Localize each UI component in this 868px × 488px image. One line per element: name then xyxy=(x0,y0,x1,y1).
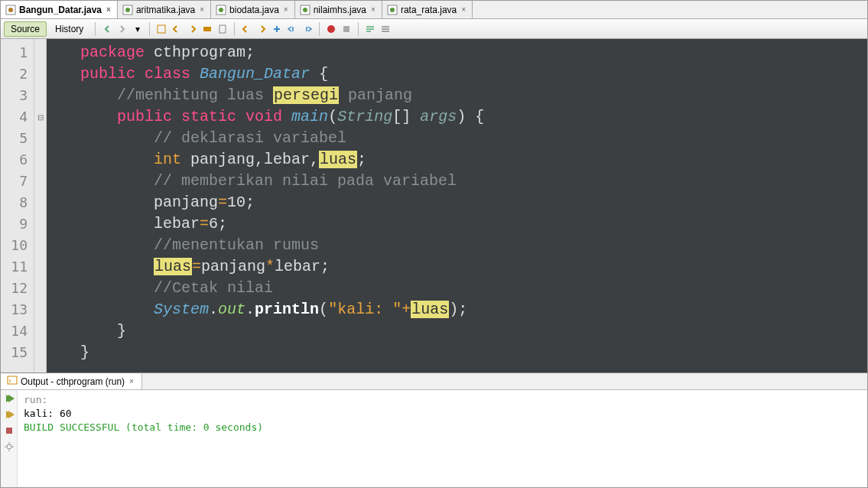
toggle-bookmark-icon[interactable] xyxy=(216,22,229,36)
forward-icon[interactable] xyxy=(115,22,129,36)
macro-stop-icon[interactable] xyxy=(340,22,353,36)
toolbar-separator xyxy=(149,22,150,36)
line-number: 13 xyxy=(4,299,28,320)
tab-biodata[interactable]: biodata.java × xyxy=(211,1,295,18)
svg-rect-16 xyxy=(6,428,12,434)
back-icon[interactable] xyxy=(100,22,114,36)
rerun-icon[interactable] xyxy=(4,393,15,406)
dropdown-icon[interactable]: ▾ xyxy=(131,22,145,36)
toolbar-separator xyxy=(358,22,359,36)
line-number: 5 xyxy=(4,128,28,149)
output-line: BUILD SUCCESSFUL (total time: 0 seconds) xyxy=(24,421,263,433)
svg-point-13 xyxy=(327,25,335,33)
file-tabs-bar: Bangun_Datar.java × aritmatika.java × bi… xyxy=(1,1,867,19)
output-panel: Output - cthprogram (run) × run: kali: 6… xyxy=(1,373,867,487)
line-number: 3 xyxy=(4,85,28,106)
shift-left-icon[interactable] xyxy=(285,22,299,36)
tab-label: rata_rata.java xyxy=(401,5,457,15)
source-button[interactable]: Source xyxy=(4,21,47,37)
line-number: 14 xyxy=(4,320,28,342)
close-icon[interactable]: × xyxy=(369,5,377,14)
prev-bookmark-icon[interactable] xyxy=(239,22,253,36)
toolbar-separator xyxy=(319,22,320,36)
find-prev-icon[interactable] xyxy=(170,22,184,36)
java-file-icon xyxy=(300,5,310,15)
line-number: 4 xyxy=(4,106,28,128)
svg-point-17 xyxy=(7,444,11,449)
code-content[interactable]: package cthprogram; public class Bangun_… xyxy=(47,39,867,373)
output-line: run: xyxy=(24,394,47,405)
tab-label: biodata.java xyxy=(229,5,279,15)
toolbar-separator xyxy=(95,22,96,36)
find-selection-icon[interactable] xyxy=(154,22,168,36)
tab-label: Bangun_Datar.java xyxy=(19,5,102,15)
svg-rect-15 xyxy=(8,376,17,384)
prev-error-icon[interactable] xyxy=(270,22,284,36)
settings-icon[interactable] xyxy=(4,441,15,454)
close-icon[interactable]: × xyxy=(282,5,290,14)
close-icon[interactable]: × xyxy=(198,5,206,14)
history-button[interactable]: History xyxy=(48,21,90,37)
line-number: 6 xyxy=(4,149,28,171)
java-file-icon xyxy=(122,5,133,15)
code-editor[interactable]: 1 2 3 4 5 6 7 8 9 10 11 12 13 14 15 ⊟ pa… xyxy=(1,39,867,373)
tab-label: aritmatika.java xyxy=(136,5,195,15)
fold-column: ⊟ xyxy=(34,39,47,373)
tab-aritmatika[interactable]: aritmatika.java × xyxy=(118,1,211,18)
toggle-highlight-icon[interactable] xyxy=(200,22,214,36)
line-number-gutter: 1 2 3 4 5 6 7 8 9 10 11 12 13 14 15 xyxy=(1,39,34,373)
line-number: 15 xyxy=(4,342,28,363)
output-tab[interactable]: Output - cthprogram (run) × xyxy=(1,373,142,389)
output-gutter xyxy=(1,390,18,487)
stop-icon[interactable] xyxy=(4,425,15,438)
output-body: run: kali: 60 BUILD SUCCESSFUL (total ti… xyxy=(1,390,867,487)
toolbar-separator xyxy=(234,22,235,36)
line-number: 10 xyxy=(4,235,28,256)
line-number: 11 xyxy=(4,256,28,278)
output-text[interactable]: run: kali: 60 BUILD SUCCESSFUL (total ti… xyxy=(18,390,867,487)
svg-point-9 xyxy=(390,8,395,12)
java-file-icon xyxy=(5,5,16,15)
comment-icon[interactable] xyxy=(363,22,377,36)
line-number: 2 xyxy=(4,63,28,85)
terminal-icon xyxy=(7,375,18,388)
fold-toggle-icon[interactable]: ⊟ xyxy=(34,106,46,128)
rerun-debug-icon[interactable] xyxy=(4,409,15,422)
line-number: 8 xyxy=(4,192,28,213)
tab-bangun-datar[interactable]: Bangun_Datar.java × xyxy=(1,1,118,18)
svg-point-3 xyxy=(125,8,130,12)
tab-ratarata[interactable]: rata_rata.java × xyxy=(382,1,473,18)
tab-nilaimhs[interactable]: nilaimhs.java × xyxy=(295,1,382,18)
macro-record-icon[interactable] xyxy=(324,22,338,36)
svg-rect-11 xyxy=(203,27,211,31)
line-number: 9 xyxy=(4,213,28,235)
svg-point-7 xyxy=(303,8,307,12)
line-number: 1 xyxy=(4,42,28,63)
output-tab-label: Output - cthprogram (run) xyxy=(21,376,125,387)
line-number: 12 xyxy=(4,278,28,299)
find-next-icon[interactable] xyxy=(185,22,199,36)
close-icon[interactable]: × xyxy=(128,377,135,386)
svg-rect-10 xyxy=(158,25,165,33)
java-file-icon xyxy=(387,5,398,15)
close-icon[interactable]: × xyxy=(460,5,467,14)
close-icon[interactable]: × xyxy=(105,5,112,14)
svg-rect-14 xyxy=(343,26,349,32)
shift-right-icon[interactable] xyxy=(301,22,314,36)
output-line: kali: 60 xyxy=(24,408,72,419)
output-tab-bar: Output - cthprogram (run) × xyxy=(1,373,867,390)
tab-label: nilaimhs.java xyxy=(314,5,366,15)
line-number: 7 xyxy=(4,171,28,192)
svg-point-1 xyxy=(8,8,13,12)
uncomment-icon[interactable] xyxy=(379,22,392,36)
java-file-icon xyxy=(216,5,226,15)
svg-rect-12 xyxy=(219,25,226,33)
svg-point-5 xyxy=(219,8,223,12)
next-bookmark-icon[interactable] xyxy=(255,22,268,36)
editor-toolbar: Source History ▾ xyxy=(1,19,867,39)
